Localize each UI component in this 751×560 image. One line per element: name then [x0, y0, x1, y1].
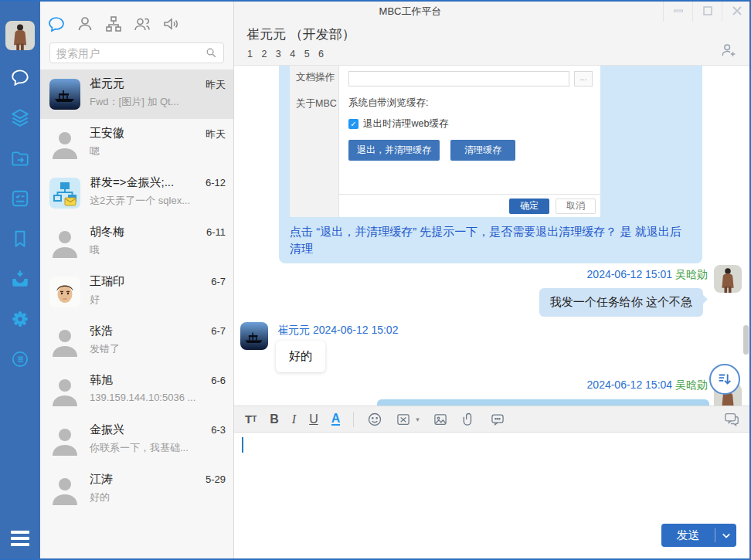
message-text: 好的: [289, 349, 312, 362]
quick-reply-button[interactable]: [490, 412, 505, 427]
inbox-download-icon[interactable]: [10, 269, 30, 289]
tab-contacts[interactable]: [75, 14, 93, 32]
search-icon[interactable]: [205, 46, 218, 59]
search-input[interactable]: [50, 47, 205, 59]
minimize-button[interactable]: [663, 0, 692, 22]
chat-panel: MBC工作平台 崔元元 （开发部） 1 2 3 4 5 6: [233, 0, 751, 560]
pagination[interactable]: 1 2 3 4 5 6: [247, 49, 327, 59]
scrollbar-thumb[interactable]: [743, 325, 749, 355]
font-button[interactable]: TT: [245, 412, 257, 426]
contact-date: 6-12: [206, 177, 226, 188]
dialog-exit-clear-button: 退出，并清理缓存: [348, 140, 440, 161]
screenshot-button[interactable]: [396, 412, 411, 427]
dialog-browse-button: ...: [574, 71, 593, 87]
incoming-image-message: 文档操作 关于MBC ... 系统自带浏览缓存: ✓ 退出时清理web缓存: [279, 66, 702, 263]
list-item-jinzhenxing[interactable]: 金振兴 6-3 你联系一下，我基础...: [40, 416, 233, 465]
contact-name: 张浩: [90, 324, 113, 338]
send-options-caret[interactable]: [715, 532, 736, 539]
dialog-cache-label: 系统自带浏览缓存:: [348, 97, 593, 110]
sender-avatar[interactable]: [714, 265, 742, 293]
menu-hamburger-icon[interactable]: [11, 531, 29, 546]
default-avatar: [49, 227, 80, 258]
contact-preview: 发错了: [90, 342, 120, 356]
add-member-button[interactable]: [720, 42, 737, 59]
list-item-wangruiyin[interactable]: 王瑞印 6-7 好: [40, 267, 233, 317]
dialog-main: ... 系统自带浏览缓存: ✓ 退出时清理web缓存 退出，并清理缓存 清理缓存: [339, 66, 600, 217]
scroll-to-bottom-button[interactable]: [709, 364, 740, 395]
message-viewport[interactable]: 文档操作 关于MBC ... 系统自带浏览缓存: ✓ 退出时清理web缓存: [234, 66, 751, 406]
face-avatar: [49, 277, 80, 307]
my-avatar-image: [5, 21, 35, 50]
attachment-button[interactable]: [461, 412, 477, 427]
sender-name: 吴晗勋: [675, 268, 708, 280]
underline-button[interactable]: U: [309, 412, 318, 426]
window-title: MBC工作平台: [341, 5, 480, 19]
bookmark-icon[interactable]: [10, 229, 30, 249]
bold-button[interactable]: B: [270, 412, 279, 426]
contact-name: 王瑞印: [90, 274, 124, 289]
contact-preview: 你联系一下，我基础...: [90, 441, 189, 455]
contact-date: 5-29: [206, 473, 226, 485]
tasks-icon[interactable]: [10, 188, 30, 209]
tab-organization[interactable]: [104, 14, 122, 32]
contact-avatar[interactable]: [240, 322, 268, 350]
message-caption-text: 点击 “退出，并清理缓存” 先提示一下，是否需要退出清理缓存？ 是 就退出后清理: [279, 222, 702, 257]
maximize-button[interactable]: [692, 0, 722, 22]
list-item-groupsend[interactable]: 群发=>金振兴;... 6-12 这2天弄了一个 sqlex...: [40, 168, 233, 218]
chat-icon[interactable]: [10, 67, 30, 87]
tab-groups[interactable]: [132, 14, 151, 32]
folder-transfer-icon[interactable]: [10, 148, 30, 168]
list-item-hanxu[interactable]: 韩旭 6-6 139.159.144.10:5036 ...: [40, 366, 233, 416]
speaker-icon: [161, 15, 180, 33]
image-icon: [433, 412, 448, 427]
feed-list-icon[interactable]: [10, 349, 30, 369]
contact-date: 昨天: [206, 78, 226, 92]
default-avatar: [49, 375, 80, 406]
settings-dialog-screenshot[interactable]: 文档操作 关于MBC ... 系统自带浏览缓存: ✓ 退出时清理web缓存: [290, 66, 600, 217]
sender-name: 吴晗勋: [675, 378, 708, 391]
list-item-wanganhui[interactable]: 王安徽 昨天 嗯: [40, 119, 233, 168]
window-controls: [663, 0, 751, 22]
chevron-down-icon: [722, 532, 731, 539]
contact-panel: 崔元元 昨天 Fwd：[图片] 加 Qt... 王安徽 昨天 嗯: [40, 0, 233, 560]
dialog-ok-button: 确定: [509, 199, 549, 214]
screenshot-icon: [396, 412, 411, 427]
incoming-message-bubble: 好的: [276, 341, 325, 372]
message-timestamp: 2024-06-12 15:02: [313, 324, 399, 336]
boat-avatar: [49, 79, 80, 110]
italic-button[interactable]: I: [292, 412, 296, 426]
message-input-area[interactable]: 发送: [234, 433, 751, 560]
tab-broadcast[interactable]: [161, 14, 179, 32]
contact-date: 昨天: [206, 127, 226, 141]
contact-name: 金振兴: [90, 423, 124, 437]
list-item-cuiyuanyuan[interactable]: 崔元元 昨天 Fwd：[图片] 加 Qt...: [40, 70, 233, 119]
list-item-zhanghao[interactable]: 张浩 6-7 发错了: [40, 317, 233, 366]
contact-preview: 好的: [90, 490, 110, 504]
dialog-checkbox: ✓: [348, 119, 359, 129]
screenshot-dropdown-caret[interactable]: ▾: [416, 416, 420, 423]
list-item-hudongmei[interactable]: 胡冬梅 6-11 哦: [40, 218, 233, 267]
conversation-list: 崔元元 昨天 Fwd：[图片] 加 Qt... 王安徽 昨天 嗯: [40, 70, 233, 514]
contact-name: 韩旭: [90, 373, 113, 388]
contact-preview: 这2天弄了一个 sqlex...: [90, 194, 190, 208]
font-color-button[interactable]: A: [331, 412, 341, 426]
list-item-jiangtao[interactable]: 江涛 5-29 好的: [40, 465, 233, 514]
users-group-icon: [133, 15, 151, 33]
emoji-button[interactable]: [367, 412, 382, 427]
smiley-icon: [367, 412, 382, 427]
close-button[interactable]: [722, 0, 751, 22]
layers-icon[interactable]: [10, 107, 30, 127]
paperclip-icon: [461, 412, 477, 427]
image-button[interactable]: [433, 412, 448, 427]
my-avatar[interactable]: [5, 21, 35, 50]
sender-name[interactable]: 崔元元: [277, 324, 310, 336]
dialog-cancel-button: 取消: [556, 199, 596, 214]
chat-history-button[interactable]: [723, 411, 740, 428]
contact-preview: Fwd：[图片] 加 Qt...: [90, 95, 179, 109]
settings-gear-icon[interactable]: [10, 309, 30, 329]
contact-name: 胡冬梅: [90, 225, 124, 239]
tab-chats[interactable]: [46, 14, 65, 32]
contact-name: 江涛: [90, 472, 113, 487]
contact-date: 6-7: [211, 276, 226, 287]
send-button[interactable]: 发送: [661, 524, 736, 547]
